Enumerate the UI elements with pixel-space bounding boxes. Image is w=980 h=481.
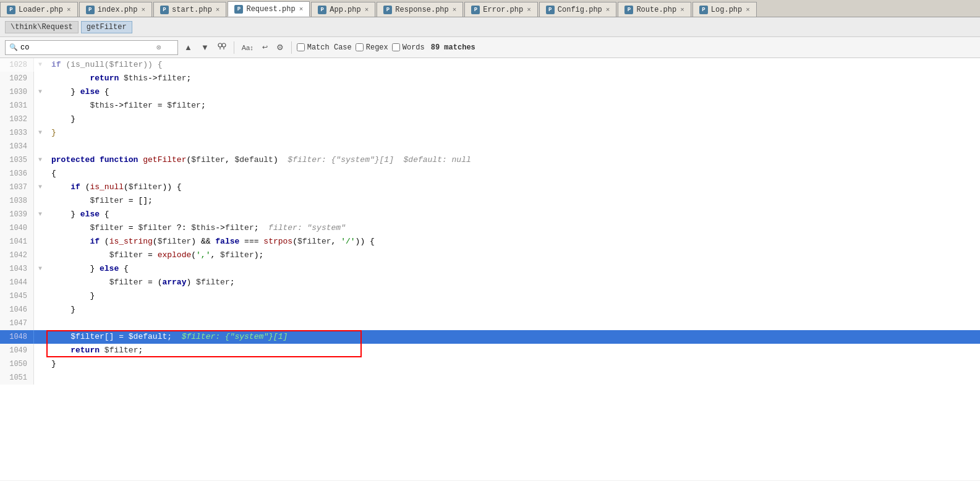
search-magnifier-icon: 🔍 (9, 43, 18, 51)
code-content: return $this->filter; (46, 72, 980, 85)
tab-close-log[interactable]: × (746, 6, 750, 14)
regex-label[interactable]: Regex (356, 43, 388, 52)
fold-icon[interactable]: ▼ (34, 153, 46, 167)
tab-icon-start: P (160, 6, 169, 14)
line-number: 1029 (0, 72, 34, 85)
tab-request[interactable]: P Request.php × (228, 1, 310, 17)
tab-close-loader[interactable]: × (67, 6, 71, 14)
tab-index[interactable]: P index.php × (79, 2, 152, 17)
tab-close-error[interactable]: × (527, 6, 531, 14)
code-content: { (46, 167, 980, 181)
search-clear-button[interactable]: ⊗ (156, 43, 161, 53)
line-number: 1049 (0, 344, 34, 357)
line-number: 1038 (0, 194, 34, 208)
line-number: 1047 (0, 317, 34, 330)
words-label[interactable]: Words (392, 43, 425, 52)
find-in-files-button[interactable] (215, 41, 229, 54)
code-content: $this->filter = $filter; (46, 99, 980, 113)
line-number: 1048 (0, 330, 34, 344)
tab-response[interactable]: P Response.php × (377, 2, 463, 17)
fold-icon (34, 235, 46, 249)
line-number: 1028 (0, 58, 34, 72)
line-number: 1050 (0, 357, 34, 371)
search-wrapper: 🔍 ⊗ (5, 40, 178, 55)
fold-icon (34, 317, 46, 330)
line-number: 1032 (0, 113, 34, 126)
fold-icon[interactable]: ▼ (34, 208, 46, 221)
fold-icon (34, 167, 46, 181)
separator-1 (234, 41, 234, 54)
table-row: 1051 (0, 371, 980, 385)
line-number: 1043 (0, 262, 34, 276)
search-bar: 🔍 ⊗ ▲ ▼ Aa↕ ↩ ⚙ Match Case Regex Words 8… (0, 37, 980, 58)
tab-log[interactable]: P Log.php × (692, 2, 757, 17)
fold-icon[interactable]: ▼ (34, 126, 46, 140)
red-box-region: 1048 $filter[] = $default; $filter: {"sy… (0, 330, 980, 357)
code-content: } (46, 357, 980, 371)
code-content (46, 371, 980, 385)
words-checkbox[interactable] (392, 43, 400, 51)
code-content: $filter = explode(',', $filter); (46, 249, 980, 262)
code-content: $filter = []; (46, 194, 980, 208)
line-number: 1040 (0, 221, 34, 235)
tab-close-app[interactable]: × (365, 6, 369, 14)
toggle-wrap-button[interactable]: ↩ (260, 42, 270, 53)
tab-error[interactable]: P Error.php × (464, 2, 537, 17)
prev-match-button[interactable]: ▲ (182, 41, 195, 53)
tab-icon-route: P (624, 6, 633, 14)
code-content: } else { (46, 208, 980, 221)
tab-icon-config: P (546, 6, 555, 14)
regex-checkbox[interactable] (356, 43, 364, 51)
table-row: 1035 ▼ protected function getFilter($fil… (0, 153, 980, 167)
tab-icon-loader: P (7, 6, 15, 14)
editor-container: 1028 ▼ if (is_null($filter)) { 1029 retu… (0, 58, 980, 480)
fold-icon[interactable]: ▼ (34, 262, 46, 276)
table-row: 1038 $filter = []; (0, 194, 980, 208)
table-row: 1031 $this->filter = $filter; (0, 99, 980, 113)
next-match-button[interactable]: ▼ (198, 41, 211, 53)
tab-app[interactable]: P App.php × (311, 2, 375, 17)
fold-icon (34, 113, 46, 126)
tab-loader[interactable]: P Loader.php × (0, 2, 78, 17)
code-content (46, 140, 980, 153)
table-row: 1045 } (0, 289, 980, 303)
settings-button[interactable]: ⚙ (274, 41, 286, 53)
breadcrumb-path[interactable]: \think\Request (5, 21, 79, 33)
fold-icon (34, 249, 46, 262)
fold-icon (34, 221, 46, 235)
code-content: } else { (46, 85, 980, 99)
tab-close-route[interactable]: × (680, 6, 684, 14)
tab-config[interactable]: P Config.php × (539, 2, 617, 17)
fold-icon (34, 99, 46, 113)
breadcrumb-bar: \think\Request getFilter (0, 17, 980, 37)
tab-close-config[interactable]: × (606, 6, 610, 14)
table-row: 1029 return $this->filter; (0, 72, 980, 85)
tab-close-start[interactable]: × (216, 6, 220, 14)
code-content: $filter = $filter ?: $this->filter; filt… (46, 221, 980, 235)
match-count: 89 matches (431, 43, 475, 52)
match-case-label[interactable]: Match Case (297, 43, 352, 52)
tab-close-response[interactable]: × (453, 6, 457, 14)
tab-route[interactable]: P Route.php × (618, 2, 691, 17)
code-area[interactable]: 1028 ▼ if (is_null($filter)) { 1029 retu… (0, 58, 980, 480)
breadcrumb-method[interactable]: getFilter (81, 21, 132, 33)
line-number: 1041 (0, 235, 34, 249)
table-row: 1028 ▼ if (is_null($filter)) { (0, 58, 980, 72)
tab-start[interactable]: P start.php × (153, 2, 226, 17)
tab-icon-error: P (471, 6, 480, 14)
tab-icon-app: P (318, 6, 326, 14)
toggle-case-button[interactable]: Aa↕ (239, 43, 256, 53)
fold-icon[interactable]: ▼ (34, 58, 46, 72)
fold-icon[interactable]: ▼ (34, 85, 46, 99)
tab-close-request[interactable]: × (299, 6, 304, 13)
match-case-checkbox[interactable] (297, 43, 305, 51)
search-input[interactable] (20, 43, 156, 52)
table-row: 1046 } (0, 303, 980, 317)
code-content: protected function getFilter($filter, $d… (46, 153, 980, 167)
tab-close-index[interactable]: × (141, 6, 145, 14)
line-number: 1034 (0, 140, 34, 153)
code-content (46, 317, 980, 330)
code-content: } (46, 126, 980, 140)
line-number: 1037 (0, 181, 34, 194)
fold-icon[interactable]: ▼ (34, 181, 46, 194)
